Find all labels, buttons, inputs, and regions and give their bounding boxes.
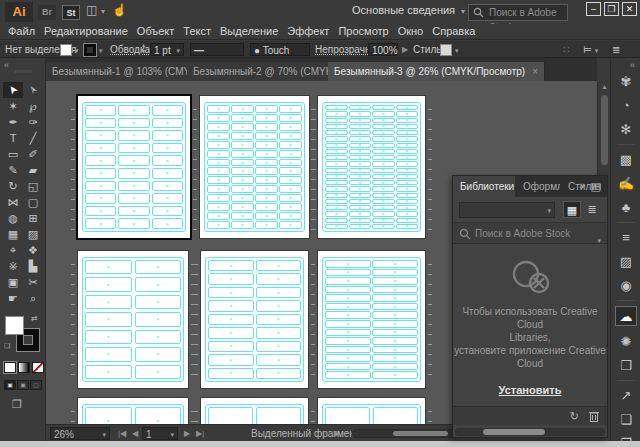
- cc-sync-icon[interactable]: ↻: [570, 410, 579, 423]
- artboard[interactable]: ××××××××××××××××××××××××××××××××××××××××…: [318, 96, 425, 238]
- artboard-number-select[interactable]: 1▾: [142, 427, 178, 440]
- curvature-tool[interactable]: ✑: [23, 114, 43, 130]
- menu-item[interactable]: Справка: [432, 24, 475, 39]
- shape-builder-tool[interactable]: ◍: [3, 210, 23, 226]
- graphic-styles-icon[interactable]: ❒: [615, 356, 637, 376]
- eyedropper-tool[interactable]: ⌖: [3, 242, 23, 258]
- last-artboard-button[interactable]: ▶|: [196, 427, 204, 440]
- menu-item[interactable]: Объект: [137, 24, 174, 39]
- menu-item[interactable]: Эффект: [287, 24, 329, 39]
- artboard[interactable]: ××××××××××××××: [78, 251, 188, 388]
- perspective-grid-tool[interactable]: ⊞: [23, 210, 43, 226]
- maximize-button[interactable]: ❐: [604, 2, 619, 16]
- gradient-button[interactable]: [18, 362, 30, 373]
- draw-behind-button[interactable]: ▣: [17, 380, 29, 390]
- brush-select[interactable]: ● Touch Callig...▾: [250, 43, 310, 56]
- shaper-tool[interactable]: ✎: [3, 162, 23, 178]
- width-tool[interactable]: ⋈: [3, 194, 23, 210]
- blend-tool[interactable]: ❖: [23, 242, 43, 258]
- next-artboard-button[interactable]: ▶: [184, 427, 190, 440]
- draw-inside-button[interactable]: ▢: [30, 380, 42, 390]
- color-button[interactable]: [4, 362, 16, 373]
- line-segment-tool[interactable]: ╱: [23, 130, 43, 146]
- opacity-expand-icon[interactable]: ▶: [402, 43, 408, 56]
- transparency-panel-icon[interactable]: ◉: [615, 276, 637, 296]
- fill-color-indicator[interactable]: [5, 316, 24, 335]
- share-icon[interactable]: ☝: [112, 3, 127, 17]
- none-button[interactable]: [32, 362, 44, 373]
- rotate-tool[interactable]: ↻: [3, 178, 23, 194]
- stroke-panel-link[interactable]: Обводка:: [110, 43, 153, 56]
- trash-icon[interactable]: [589, 410, 599, 424]
- type-tool[interactable]: T: [3, 130, 23, 146]
- free-transform-tool[interactable]: ▢: [23, 194, 43, 210]
- artboard-tool[interactable]: ▣: [3, 274, 23, 290]
- zoom-tool[interactable]: ⌕: [23, 290, 43, 306]
- stroke-width-select[interactable]: 1 pt▾: [150, 43, 184, 56]
- pen-tool[interactable]: ✒: [3, 114, 23, 130]
- artboards-panel-icon[interactable]: ❐: [615, 434, 637, 447]
- scroll-up-icon[interactable]: ▲: [601, 83, 608, 90]
- stroke-profile-select[interactable]: — Равномерно▾: [190, 43, 244, 56]
- status-display[interactable]: Выделенный фрагмент: [251, 427, 359, 440]
- bridge-icon[interactable]: Br: [38, 5, 56, 20]
- minimize-button[interactable]: –: [586, 2, 601, 16]
- vertical-scroll-thumb[interactable]: [601, 95, 608, 165]
- eraser-tool[interactable]: ▰: [23, 162, 43, 178]
- library-search-input[interactable]: Поиск в Adobe Stock ▾: [453, 222, 607, 244]
- panel-horizontal-scrollbar[interactable]: [455, 428, 605, 436]
- align-icon[interactable]: ⊨▾: [583, 43, 598, 56]
- draw-normal-button[interactable]: ▣: [4, 380, 16, 390]
- workspace-switcher[interactable]: Основные сведения▾: [352, 4, 465, 16]
- menu-item[interactable]: Файл: [8, 24, 35, 39]
- style-swatch[interactable]: ▾: [440, 43, 459, 56]
- hand-tool[interactable]: ☛: [3, 290, 23, 306]
- symbols-icon[interactable]: ♣: [615, 198, 637, 218]
- menu-item[interactable]: Редактирование: [44, 24, 128, 39]
- color-themes-icon[interactable]: ✻: [615, 120, 637, 140]
- stock-icon[interactable]: St: [62, 5, 80, 20]
- stock-search-input[interactable]: Поиск в Adobe Stock: [468, 4, 568, 21]
- fill-swatch[interactable]: ▾: [60, 43, 79, 56]
- close-button[interactable]: ✕: [622, 2, 637, 16]
- chevron-down-icon[interactable]: ▾: [101, 7, 105, 16]
- color-panel-icon[interactable]: ✾: [615, 72, 637, 92]
- stroke-panel-icon[interactable]: ≡: [615, 228, 637, 248]
- slice-tool[interactable]: ✂: [23, 274, 43, 290]
- artboard[interactable]: ××××××××××××××××××××××××××××: [318, 251, 425, 388]
- artboard[interactable]: ××××××××××××××××××××××××××××××××××××××××…: [200, 96, 309, 238]
- previous-artboard-button[interactable]: ◀: [132, 427, 138, 440]
- direct-selection-tool[interactable]: ➢: [23, 82, 43, 98]
- gradient-panel-icon[interactable]: ▨: [615, 252, 637, 272]
- cc-libraries-icon[interactable]: ☁: [615, 306, 637, 326]
- menu-item[interactable]: Выделение: [220, 24, 278, 39]
- scale-tool[interactable]: ◱: [23, 178, 43, 194]
- horizontal-scroll-thumb[interactable]: [393, 431, 448, 436]
- brushes-icon[interactable]: ✍: [615, 174, 637, 194]
- first-artboard-button[interactable]: |◀: [118, 427, 126, 440]
- control-panel-menu-icon[interactable]: ≣: [612, 43, 620, 56]
- column-graph-tool[interactable]: ▙: [23, 258, 43, 274]
- panel-scroll-thumb[interactable]: [483, 429, 545, 435]
- expand-dock-icon[interactable]: «: [630, 60, 635, 70]
- export-panel-icon[interactable]: ↗: [615, 386, 637, 406]
- appearance-panel-icon[interactable]: ✺: [615, 332, 637, 352]
- list-view-button[interactable]: ≣: [583, 201, 601, 218]
- selection-tool[interactable]: ➤: [3, 82, 23, 98]
- paintbrush-tool[interactable]: ✐: [23, 146, 43, 162]
- screen-mode-button[interactable]: ❐: [12, 398, 28, 410]
- color-guide-icon[interactable]: ◔: [615, 96, 637, 116]
- mesh-tool[interactable]: ▦: [3, 226, 23, 242]
- panel-tab[interactable]: Стили гр: [561, 176, 601, 197]
- install-link[interactable]: Установить: [499, 384, 562, 396]
- magic-wand-tool[interactable]: ✶: [3, 98, 23, 114]
- panel-tab[interactable]: Библиотеки: [453, 176, 515, 197]
- lasso-tool[interactable]: ℘: [23, 98, 43, 114]
- opacity-value[interactable]: 100%: [368, 43, 398, 56]
- stroke-width-stepper[interactable]: ▴▾: [142, 42, 145, 55]
- library-select[interactable]: ▾: [459, 202, 555, 218]
- swap-fill-stroke-icon[interactable]: ⇄: [31, 314, 38, 323]
- status-expand-icon[interactable]: ▶: [334, 427, 340, 440]
- default-fill-stroke-icon[interactable]: ❏: [4, 342, 10, 350]
- panel-tab[interactable]: Оформл: [516, 176, 560, 197]
